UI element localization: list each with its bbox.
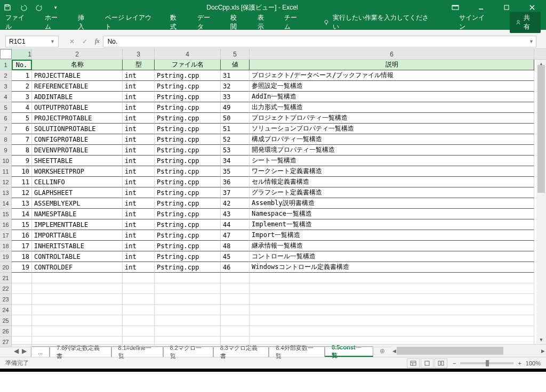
cell[interactable]: 52 [221,134,250,145]
cell[interactable]: 開発環境プロパティ一覧構造 [250,145,534,156]
cell[interactable]: REFERENCETABLE [32,81,123,92]
cell[interactable]: 51 [221,124,250,134]
cell[interactable]: ADDINTABLE [32,92,123,102]
cell[interactable] [12,283,32,294]
cell[interactable]: 構成プロパティ一覧構造 [250,134,534,145]
undo-icon[interactable] [19,3,28,12]
cell-header-file[interactable]: ファイル名 [155,60,221,70]
cell[interactable]: Pstring.cpp [155,187,221,198]
cell[interactable]: 2 [12,81,32,92]
cell[interactable] [12,315,32,326]
row-header[interactable]: 13 [0,187,12,198]
vertical-scrollbar[interactable]: ▲ ▼ [536,60,546,344]
cell[interactable] [221,294,250,305]
cell[interactable]: int [123,92,155,102]
minimize-button[interactable] [470,0,492,15]
tab-home[interactable]: ホーム [45,13,63,31]
row-header[interactable]: 3 [0,81,12,92]
row-header[interactable]: 6 [0,113,12,124]
row-header[interactable]: 26 [0,326,12,337]
col-header[interactable]: 4 [155,49,221,59]
col-header[interactable]: 5 [221,49,250,59]
cell[interactable]: Pstring.cpp [155,81,221,92]
cell[interactable] [12,294,32,305]
sheet-tab[interactable]: 8.1#define一覧 [111,346,163,357]
tab-review[interactable]: 校閲 [230,13,243,31]
cell[interactable]: ASSEMBLYEXPL [32,198,123,209]
cell[interactable] [221,305,250,315]
cell[interactable]: 31 [221,70,250,81]
cell[interactable] [250,326,534,337]
row-header[interactable]: 4 [0,92,12,102]
cell[interactable]: int [123,102,155,113]
zoom-level[interactable]: 100% [526,360,541,366]
cell[interactable] [250,294,534,305]
cell[interactable] [155,315,221,326]
enter-icon[interactable]: ✓ [82,38,87,45]
cell[interactable]: 44 [221,219,250,230]
row-header[interactable]: 27 [0,337,12,347]
cell[interactable] [32,305,123,315]
scroll-thumb[interactable] [537,65,545,193]
row-header[interactable]: 23 [0,294,12,305]
row-header[interactable]: 14 [0,198,12,209]
cell[interactable] [155,294,221,305]
tab-team[interactable]: チーム [284,13,302,31]
tab-data[interactable]: データ [197,13,215,31]
cell[interactable]: 42 [221,198,250,209]
cell[interactable] [155,337,221,347]
cell[interactable] [32,315,123,326]
cell[interactable]: プロジェクト/データベース/ブックファイル情報 [250,70,534,81]
tab-insert[interactable]: 挿入 [78,13,90,31]
cell[interactable] [250,273,534,283]
tab-view[interactable]: 表示 [258,13,270,31]
cell[interactable]: 46 [221,262,250,273]
cell[interactable]: 12 [12,187,32,198]
cell[interactable] [32,273,123,283]
cell[interactable]: Pstring.cpp [155,241,221,251]
cell[interactable]: 14 [12,209,32,219]
cell[interactable] [12,337,32,347]
cell[interactable]: int [123,145,155,156]
cell[interactable]: ワークシート定義書構造 [250,166,534,177]
cell[interactable]: int [123,166,155,177]
cell[interactable] [123,326,155,337]
cell[interactable]: 35 [221,166,250,177]
cell[interactable]: Pstring.cpp [155,92,221,102]
cell[interactable]: Assembly説明書構造 [250,198,534,209]
cell[interactable]: Pstring.cpp [155,124,221,134]
cell[interactable] [221,283,250,294]
cell[interactable]: Namespace一覧構造 [250,209,534,219]
cell[interactable]: 8 [12,145,32,156]
cell[interactable]: 18 [12,251,32,262]
cell[interactable]: Pstring.cpp [155,219,221,230]
cell[interactable]: 33 [221,92,250,102]
cell[interactable]: Pstring.cpp [155,70,221,81]
cell[interactable]: 3 [12,92,32,102]
cell[interactable]: Pstring.cpp [155,102,221,113]
cell[interactable] [155,305,221,315]
normal-view-icon[interactable] [407,358,420,368]
cell[interactable]: 6 [12,124,32,134]
cell[interactable]: PROJECTPROTABLE [32,113,123,124]
cell-header-no[interactable]: No. [12,60,32,70]
select-all-corner[interactable] [0,49,12,59]
cell[interactable]: 47 [221,230,250,241]
save-icon[interactable] [3,3,12,12]
cell[interactable]: int [123,177,155,187]
cell[interactable]: DEVENVPROTABLE [32,145,123,156]
qat-customize-icon[interactable]: ▾ [51,3,60,12]
cell[interactable]: CONTROLDEF [32,262,123,273]
cell[interactable] [123,305,155,315]
cell[interactable]: Pstring.cpp [155,251,221,262]
cell[interactable]: 1 [12,70,32,81]
cell[interactable]: CELLINFO [32,177,123,187]
tell-me-search[interactable]: 実行したい作業を入力してください [323,13,429,31]
cell[interactable]: OUTPUTPROTABLE [32,102,123,113]
cell-header-desc[interactable]: 説明 [250,60,534,70]
cell[interactable] [32,337,123,347]
page-layout-view-icon[interactable] [421,358,433,368]
cell[interactable]: 11 [12,177,32,187]
cell[interactable]: int [123,113,155,124]
scroll-left-icon[interactable]: ◀ [392,348,396,354]
